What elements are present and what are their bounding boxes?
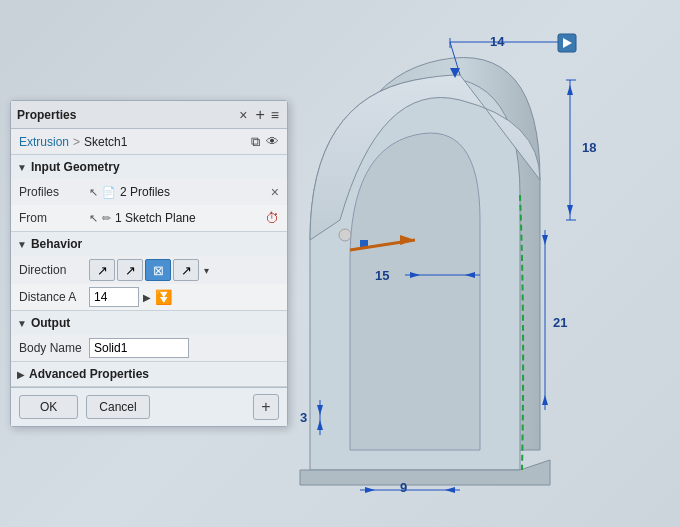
profiles-clear-button[interactable]: ×: [271, 185, 279, 199]
output-section: ▼ Output Body Name: [11, 311, 287, 362]
direction-value: ↗ ↗ ⊠ ↗ ▾: [89, 259, 279, 281]
distance-a-value: ▶ ⏬: [89, 287, 279, 307]
from-file-icon: ✏: [102, 212, 111, 225]
direction-btn-2[interactable]: ↗: [117, 259, 143, 281]
direction-row: Direction ↗ ↗ ⊠ ↗ ▾: [11, 256, 287, 284]
breadcrumb-sketch1: Sketch1: [84, 135, 127, 149]
breadcrumb-separator: >: [73, 135, 80, 149]
panel-close-button[interactable]: ×: [235, 107, 251, 123]
breadcrumb-icons: ⧉ 👁: [251, 134, 279, 150]
advanced-header[interactable]: ▶ Advanced Properties: [11, 362, 287, 386]
footer-add-button[interactable]: +: [253, 394, 279, 420]
cancel-button[interactable]: Cancel: [86, 395, 149, 419]
svg-marker-14: [542, 235, 548, 245]
behavior-header[interactable]: ▼ Behavior: [11, 232, 287, 256]
panel-header: Properties × + ≡: [11, 101, 287, 129]
panel-menu-button[interactable]: ≡: [269, 107, 281, 123]
distance-arrow-icon[interactable]: ▶: [143, 292, 151, 303]
panel-footer: OK Cancel +: [11, 387, 287, 426]
profiles-select-icon: ↖: [89, 186, 98, 199]
output-title: Output: [31, 316, 70, 330]
svg-marker-20: [365, 487, 375, 493]
svg-marker-21: [445, 487, 455, 493]
profiles-text: 2 Profiles: [120, 185, 170, 199]
output-header[interactable]: ▼ Output: [11, 311, 287, 335]
svg-point-25: [339, 229, 351, 241]
distance-a-row: Distance A ▶ ⏬: [11, 284, 287, 310]
direction-more-button[interactable]: ▾: [201, 263, 212, 278]
eye-icon[interactable]: 👁: [266, 134, 279, 149]
distance-icon[interactable]: ⏬: [155, 289, 172, 305]
dim-15: 15: [375, 268, 389, 283]
input-geometry-arrow: ▼: [17, 162, 27, 173]
svg-marker-8: [567, 85, 573, 95]
advanced-title: Advanced Properties: [29, 367, 149, 381]
from-time-icon[interactable]: ⏱: [265, 210, 279, 226]
direction-buttons: ↗ ↗ ⊠ ↗ ▾: [89, 259, 212, 281]
profiles-value: ↖ 📄 2 Profiles ×: [89, 185, 279, 199]
body-name-value: [89, 338, 279, 358]
body-name-row: Body Name: [11, 335, 287, 361]
dim-21: 21: [553, 315, 567, 330]
body-name-input[interactable]: [89, 338, 189, 358]
copy-icon[interactable]: ⧉: [251, 134, 260, 150]
panel-title: Properties: [17, 108, 235, 122]
behavior-arrow: ▼: [17, 239, 27, 250]
output-arrow: ▼: [17, 318, 27, 329]
dim-9: 9: [400, 480, 407, 495]
dim-3: 3: [300, 410, 307, 425]
input-geometry-section: ▼ Input Geometry Profiles ↖ 📄 2 Profiles…: [11, 155, 287, 232]
from-row: From ↖ ✏ 1 Sketch Plane ⏱: [11, 205, 287, 231]
body-name-label: Body Name: [19, 341, 89, 355]
input-geometry-title: Input Geometry: [31, 160, 120, 174]
advanced-arrow: ▶: [17, 369, 25, 380]
from-select-icon: ↖: [89, 212, 98, 225]
behavior-title: Behavior: [31, 237, 82, 251]
distance-a-input[interactable]: [89, 287, 139, 307]
profiles-label: Profiles: [19, 185, 89, 199]
advanced-section: ▶ Advanced Properties: [11, 362, 287, 387]
from-label: From: [19, 211, 89, 225]
breadcrumb: Extrusion > Sketch1 ⧉ 👁: [11, 129, 287, 155]
direction-label: Direction: [19, 263, 89, 277]
ok-button[interactable]: OK: [19, 395, 78, 419]
dim-18: 18: [582, 140, 596, 155]
properties-panel: Properties × + ≡ Extrusion > Sketch1 ⧉ 👁…: [10, 100, 288, 427]
distance-a-label: Distance A: [19, 290, 89, 304]
breadcrumb-extrusion[interactable]: Extrusion: [19, 135, 69, 149]
direction-btn-3[interactable]: ⊠: [145, 259, 171, 281]
profiles-file-icon: 📄: [102, 186, 116, 199]
svg-marker-15: [542, 395, 548, 405]
3d-shape-container: 14 18 15 21 3 9: [260, 20, 640, 510]
input-geometry-header[interactable]: ▼ Input Geometry: [11, 155, 287, 179]
profiles-row: Profiles ↖ 📄 2 Profiles ×: [11, 179, 287, 205]
panel-add-button[interactable]: +: [251, 106, 268, 124]
from-value: ↖ ✏ 1 Sketch Plane ⏱: [89, 210, 279, 226]
behavior-section: ▼ Behavior Direction ↗ ↗ ⊠ ↗ ▾ Distance …: [11, 232, 287, 311]
from-text: 1 Sketch Plane: [115, 211, 196, 225]
direction-btn-4[interactable]: ↗: [173, 259, 199, 281]
svg-marker-9: [567, 205, 573, 215]
dim-14: 14: [490, 34, 504, 49]
direction-btn-1[interactable]: ↗: [89, 259, 115, 281]
